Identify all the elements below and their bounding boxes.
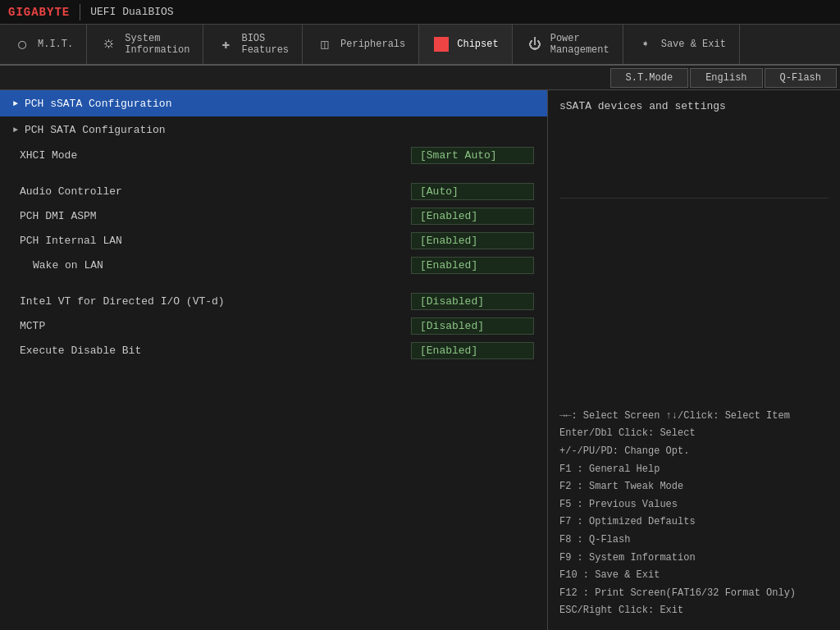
- value-pch-dmi: [Enabled]: [411, 208, 534, 225]
- label-wake-lan: Wake on LAN: [33, 259, 411, 272]
- label-xhci: XHCI Mode: [20, 149, 411, 162]
- header-divider: [80, 4, 80, 21]
- spacer-1: [0, 167, 547, 179]
- setting-vt-d[interactable]: Intel VT for Directed I/O (VT-d) [Disabl…: [0, 289, 547, 313]
- tab-system[interactable]: ⛭ System Information: [87, 25, 203, 64]
- help-line: ESC/Right Click: Exit: [559, 602, 829, 620]
- qflash-button[interactable]: Q-Flash: [765, 68, 837, 88]
- value-vt-d: [Disabled]: [411, 293, 534, 310]
- help-line: F5 : Previous Values: [559, 496, 829, 514]
- menu-pch-sata[interactable]: ► PCH SATA Configuration: [0, 116, 547, 143]
- mit-icon: ◯: [13, 35, 31, 53]
- tab-power-label: Power Management: [550, 33, 609, 57]
- tab-peripherals-label: Peripherals: [340, 39, 405, 50]
- setting-xhci[interactable]: XHCI Mode [Smart Auto]: [0, 143, 547, 167]
- header-bar: GIGABYTE UEFI DualBIOS: [0, 0, 840, 25]
- help-line: F7 : Optimized Defaults: [559, 514, 829, 532]
- setting-pch-dmi[interactable]: PCH DMI ASPM [Enabled]: [0, 203, 547, 228]
- tab-mit[interactable]: ◯ M.I.T.: [0, 25, 87, 64]
- english-button[interactable]: English: [690, 68, 762, 88]
- label-vt-d: Intel VT for Directed I/O (VT-d): [20, 295, 411, 308]
- system-icon: ⛭: [100, 35, 118, 53]
- setting-mctp[interactable]: MCTP [Disabled]: [0, 313, 547, 338]
- tab-save[interactable]: ➧ Save & Exit: [623, 25, 740, 64]
- tab-peripherals[interactable]: ◫ Peripherals: [303, 25, 419, 64]
- value-pch-lan: [Enabled]: [411, 232, 534, 249]
- value-audio: [Auto]: [411, 183, 534, 200]
- tab-system-label: System Information: [125, 33, 189, 57]
- sub-header: S.T.Mode English Q-Flash: [0, 66, 840, 90]
- value-wake-lan: [Enabled]: [411, 257, 534, 274]
- setting-pch-lan[interactable]: PCH Internal LAN [Enabled]: [0, 228, 547, 253]
- label-pch-dmi: PCH DMI ASPM: [20, 210, 411, 222]
- bios-label: UEFI DualBIOS: [90, 6, 173, 18]
- tab-save-label: Save & Exit: [661, 39, 726, 50]
- label-audio: Audio Controller: [20, 185, 411, 198]
- help-line: F8 : Q-Flash: [559, 532, 829, 550]
- value-xhci: [Smart Auto]: [411, 147, 534, 164]
- label-pch-lan: PCH Internal LAN: [20, 235, 411, 247]
- setting-wake-lan[interactable]: Wake on LAN [Enabled]: [0, 253, 547, 277]
- label-mctp: MCTP: [20, 320, 411, 332]
- tab-power[interactable]: ⏻ Power Management: [513, 25, 623, 64]
- value-exec-disable: [Enabled]: [411, 342, 534, 359]
- tab-chipset[interactable]: Chipset: [419, 25, 512, 64]
- left-panel: ► PCH sSATA Configuration ► PCH SATA Con…: [0, 90, 548, 630]
- nav-tabs: ◯ M.I.T. ⛭ System Information ✚ BIOS Fea…: [0, 25, 840, 66]
- help-line: +/-/PU/PD: Change Opt.: [559, 443, 829, 461]
- brand-text: GIGABYTE: [8, 6, 70, 19]
- main-content: ► PCH sSATA Configuration ► PCH SATA Con…: [0, 90, 840, 630]
- bios-icon: ✚: [217, 35, 235, 53]
- value-mctp: [Disabled]: [411, 317, 534, 335]
- tab-bios-label: BIOS Features: [241, 33, 289, 57]
- menu-arrow-sata: ►: [13, 126, 18, 135]
- label-exec-disable: Execute Disable Bit: [20, 345, 411, 357]
- tab-chipset-label: Chipset: [457, 39, 498, 50]
- info-description: sSATA devices and settings: [559, 100, 829, 199]
- help-line: F9 : System Information: [559, 550, 829, 568]
- save-icon: ➧: [637, 35, 655, 53]
- menu-pch-ssata[interactable]: ► PCH sSATA Configuration: [0, 90, 547, 116]
- right-panel: sSATA devices and settings →←: Select Sc…: [548, 90, 840, 630]
- help-line: F1 : General Help: [559, 461, 829, 479]
- stmode-button[interactable]: S.T.Mode: [610, 68, 689, 88]
- power-icon: ⏻: [526, 35, 544, 53]
- spacer-2: [0, 277, 547, 289]
- setting-exec-disable[interactable]: Execute Disable Bit [Enabled]: [0, 338, 547, 363]
- help-section: →←: Select Screen ↑↓/Click: Select ItemE…: [559, 408, 829, 620]
- help-line: F12 : Print Screen(FAT16/32 Format Only): [559, 585, 829, 603]
- help-line: F10 : Save & Exit: [559, 567, 829, 585]
- chipset-red-square: [434, 37, 449, 52]
- menu-label-sata: PCH SATA Configuration: [25, 124, 166, 136]
- help-line: F2 : Smart Tweak Mode: [559, 478, 829, 496]
- chipset-icon: [432, 35, 450, 53]
- menu-label-ssata: PCH sSATA Configuration: [25, 98, 171, 110]
- setting-audio[interactable]: Audio Controller [Auto]: [0, 179, 547, 203]
- help-line: Enter/Dbl Click: Select: [559, 425, 829, 443]
- tab-bios[interactable]: ✚ BIOS Features: [203, 25, 303, 64]
- peripherals-icon: ◫: [316, 35, 334, 53]
- menu-arrow-ssata: ►: [13, 99, 18, 108]
- help-line: →←: Select Screen ↑↓/Click: Select Item: [559, 408, 829, 426]
- brand-logo: GIGABYTE: [8, 6, 70, 19]
- tab-mit-label: M.I.T.: [38, 39, 73, 50]
